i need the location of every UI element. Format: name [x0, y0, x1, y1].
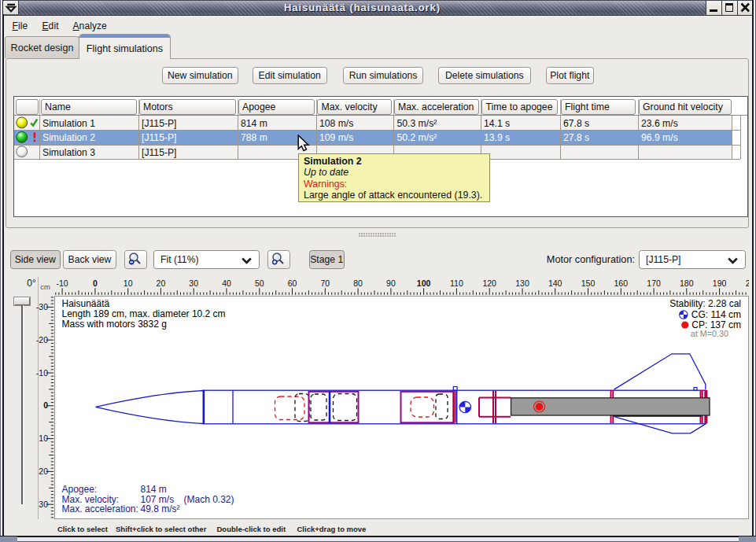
svg-text:Mass with motors 3832 g: Mass with motors 3832 g — [61, 318, 166, 329]
svg-text:30: 30 — [189, 278, 198, 288]
svg-text:40: 40 — [222, 278, 231, 288]
svg-text:150: 150 — [581, 278, 596, 288]
svg-text:CG: 114 cm: CG: 114 cm — [691, 308, 740, 319]
svg-text:110: 110 — [450, 278, 463, 288]
svg-text:-10: -10 — [36, 368, 48, 378]
svg-text:Haisunäätä: Haisunäätä — [61, 298, 109, 309]
svg-text:10: 10 — [124, 278, 133, 288]
svg-text:140: 140 — [548, 278, 562, 288]
svg-text:Stability: 2.28 cal: Stability: 2.28 cal — [669, 298, 741, 309]
svg-text:80: 80 — [353, 278, 363, 288]
svg-text:190: 190 — [713, 278, 727, 288]
svg-text:-10: -10 — [57, 278, 68, 288]
svg-text:180: 180 — [680, 278, 694, 288]
svg-text:50: 50 — [255, 278, 264, 288]
svg-text:-30: -30 — [36, 302, 48, 312]
svg-text:(Mach 0.32): (Mach 0.32) — [183, 493, 234, 504]
svg-text:0: 0 — [93, 278, 98, 288]
svg-text:60: 60 — [288, 278, 297, 288]
svg-text:30: 30 — [39, 500, 48, 509]
svg-text:200: 200 — [746, 278, 749, 288]
svg-text:0: 0 — [43, 400, 48, 410]
svg-text:120: 120 — [482, 278, 496, 288]
svg-text:130: 130 — [515, 278, 529, 288]
svg-text:at M=0.30: at M=0.30 — [690, 329, 728, 338]
svg-text:90: 90 — [386, 278, 396, 288]
svg-text:-20: -20 — [36, 335, 48, 345]
svg-text:10: 10 — [39, 433, 48, 443]
svg-text:70: 70 — [320, 278, 330, 288]
svg-text:160: 160 — [614, 278, 629, 288]
svg-text:170: 170 — [647, 278, 661, 288]
svg-text:20: 20 — [157, 278, 166, 288]
svg-text:100: 100 — [417, 278, 431, 288]
svg-text:20: 20 — [39, 466, 48, 476]
svg-text:49.8 m/s²: 49.8 m/s² — [140, 503, 179, 514]
svg-text:Max. acceleration:: Max. acceleration: — [61, 503, 138, 514]
